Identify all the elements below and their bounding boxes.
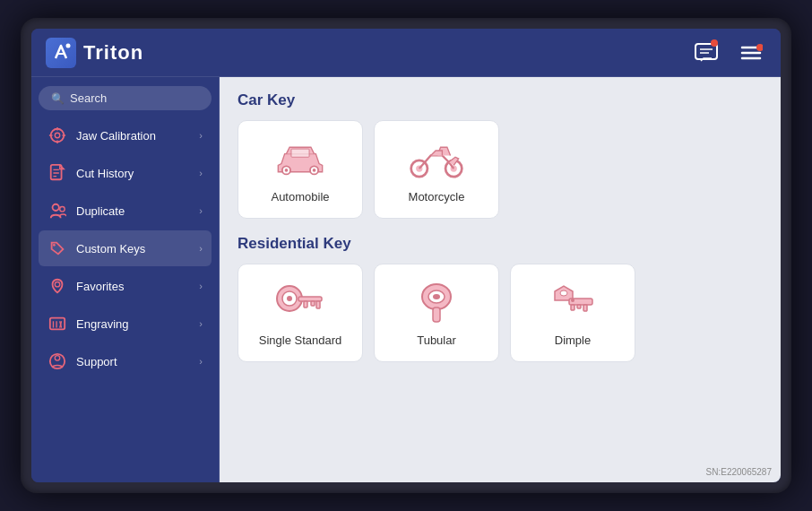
dimple-card[interactable]: Dimple xyxy=(510,264,635,362)
svg-rect-43 xyxy=(311,301,315,306)
dimple-label: Dimple xyxy=(555,333,591,347)
motorcycle-icon xyxy=(408,136,465,183)
cut-history-label: Cut History xyxy=(76,167,190,180)
sidebar-item-custom-keys[interactable]: Custom Keys › xyxy=(39,230,212,266)
favorites-label: Favorites xyxy=(76,280,190,293)
jaw-calibration-label: Jaw Calibration xyxy=(76,129,190,143)
support-icon xyxy=(48,351,67,371)
automobile-icon xyxy=(272,136,329,183)
svg-point-7 xyxy=(756,44,763,51)
custom-keys-icon xyxy=(48,238,67,258)
svg-point-28 xyxy=(55,356,59,360)
favorites-icon xyxy=(48,276,67,296)
engraving-chevron: › xyxy=(199,318,203,329)
residential-key-section-title: Residential Key xyxy=(238,235,763,253)
svg-rect-51 xyxy=(577,305,581,308)
custom-keys-chevron: › xyxy=(199,243,203,254)
svg-point-0 xyxy=(66,43,71,48)
main-content: 🔍 Search Jaw xyxy=(31,77,781,482)
screen: Triton xyxy=(31,29,781,482)
logo-area: Triton xyxy=(46,38,143,68)
svg-point-21 xyxy=(55,281,59,286)
sidebar: 🔍 Search Jaw xyxy=(31,77,220,482)
svg-point-32 xyxy=(313,169,316,172)
support-chevron: › xyxy=(199,356,203,367)
sidebar-item-duplicate[interactable]: Duplicate › xyxy=(39,193,212,229)
sidebar-item-support[interactable]: Support › xyxy=(39,343,212,379)
residential-key-grid: ➤ xyxy=(238,264,763,362)
dimple-icon xyxy=(544,280,601,326)
support-label: Support xyxy=(76,355,190,368)
favorites-chevron: › xyxy=(199,281,203,291)
notification-dot xyxy=(711,39,718,47)
svg-point-40 xyxy=(287,296,292,301)
sidebar-item-engraving[interactable]: Engraving › xyxy=(39,306,212,342)
tubular-icon xyxy=(408,280,465,326)
single-standard-card[interactable]: Single Standard xyxy=(238,264,363,362)
engraving-icon xyxy=(48,314,67,333)
header-icons xyxy=(691,38,766,68)
svg-point-19 xyxy=(60,206,65,211)
svg-point-30 xyxy=(285,169,289,172)
svg-rect-44 xyxy=(316,301,320,308)
svg-rect-42 xyxy=(304,301,307,307)
sidebar-item-jaw-calibration[interactable]: Jaw Calibration › xyxy=(39,117,212,153)
menu-button[interactable] xyxy=(736,38,766,68)
svg-rect-50 xyxy=(571,305,574,310)
engraving-label: Engraving xyxy=(76,317,190,331)
svg-point-47 xyxy=(433,294,440,299)
tubular-card[interactable]: Tubular xyxy=(374,264,499,362)
app-logo xyxy=(46,38,76,68)
duplicate-icon xyxy=(48,201,67,221)
cut-history-icon xyxy=(48,163,67,183)
svg-point-54 xyxy=(560,290,567,296)
jaw-calibration-chevron: › xyxy=(199,130,203,141)
search-label: Search xyxy=(70,91,107,105)
car-key-grid: Automobile xyxy=(238,120,763,219)
svg-point-20 xyxy=(53,244,56,247)
header: Triton xyxy=(31,29,781,77)
automobile-card[interactable]: Automobile xyxy=(238,120,363,219)
motorcycle-card[interactable]: Motorcycle xyxy=(374,120,499,219)
svg-rect-52 xyxy=(583,305,587,311)
svg-rect-48 xyxy=(433,307,440,322)
svg-point-8 xyxy=(51,129,65,143)
content-area: Car Key xyxy=(220,77,781,482)
automobile-label: Automobile xyxy=(271,190,329,204)
duplicate-chevron: › xyxy=(199,205,203,216)
svg-rect-33 xyxy=(291,149,309,157)
jaw-calibration-icon xyxy=(48,126,67,145)
svg-point-9 xyxy=(55,133,59,137)
motorcycle-label: Motorcycle xyxy=(409,190,465,204)
search-icon: 🔍 xyxy=(51,92,65,105)
device-frame: Triton xyxy=(21,18,791,493)
messages-button[interactable] xyxy=(691,38,721,68)
single-standard-icon xyxy=(272,280,329,326)
single-standard-label: Single Standard xyxy=(259,333,342,347)
duplicate-label: Duplicate xyxy=(76,204,190,218)
cut-history-chevron: › xyxy=(199,168,203,178)
sidebar-item-cut-history[interactable]: Cut History › xyxy=(39,155,212,191)
app-title: Triton xyxy=(83,41,143,65)
serial-number: SN:E220065287 xyxy=(706,467,772,477)
svg-rect-22 xyxy=(50,318,65,330)
search-button[interactable]: 🔍 Search xyxy=(39,86,212,110)
sidebar-item-favorites[interactable]: Favorites › xyxy=(39,268,212,304)
svg-point-53 xyxy=(571,299,574,302)
svg-point-18 xyxy=(53,204,59,211)
tubular-label: Tubular xyxy=(417,333,456,347)
custom-keys-label: Custom Keys xyxy=(76,242,190,256)
car-key-section-title: Car Key xyxy=(238,91,763,109)
